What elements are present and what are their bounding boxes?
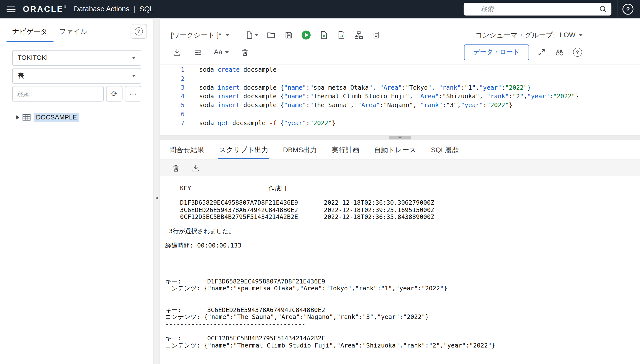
clipboard-icon — [373, 30, 381, 40]
sidebar: ナビゲータ ファイル ? TOKITOKI 表 ⟳ — [0, 18, 154, 364]
oracle-logo: ORACLE® — [23, 4, 67, 14]
folder-icon — [267, 30, 276, 40]
run-script-button[interactable] — [318, 29, 329, 41]
tab-query-result[interactable]: 問合せ結果 — [169, 140, 205, 160]
editor-line[interactable]: 6 — [160, 110, 640, 119]
sidebar-help-button[interactable]: ? — [131, 24, 147, 39]
sidebar-tab-navigator[interactable]: ナビゲータ — [7, 27, 53, 42]
trash-icon — [241, 48, 249, 57]
refresh-icon: ⟳ — [111, 90, 117, 98]
code-line[interactable]: soda insert docsample {"name":"The Sauna… — [184, 101, 513, 110]
chevron-down-icon — [398, 137, 402, 139]
data-load-button[interactable]: データ・ロード — [464, 44, 529, 60]
ellipsis-icon: ⋯ — [129, 90, 137, 98]
editor-toolbar: Aa データ・ロード ? — [160, 44, 640, 61]
object-type-value: 表 — [18, 72, 24, 80]
doc-play-icon — [319, 30, 328, 40]
margin-guide — [486, 64, 486, 130]
editor-line[interactable]: 1soda create docsample — [160, 66, 640, 74]
menu-icon[interactable] — [7, 5, 15, 14]
question-icon: ? — [573, 48, 582, 57]
global-search — [464, 3, 611, 16]
tab-explain-plan[interactable]: 実行計画 — [331, 140, 360, 160]
maximize-button[interactable] — [536, 46, 547, 58]
font-size-button[interactable]: Aa — [214, 46, 229, 58]
chevron-down-icon — [132, 74, 136, 77]
sidebar-tabbar: ナビゲータ ファイル ? — [7, 18, 147, 42]
panel-splitter[interactable] — [160, 135, 640, 140]
code-line[interactable]: soda create docsample — [184, 66, 277, 74]
tab-script-output[interactable]: スクリプト出力 — [218, 140, 269, 160]
new-worksheet-button[interactable] — [245, 29, 259, 41]
download-icon — [172, 48, 181, 57]
collapse-handle-icon[interactable]: ◀ — [154, 190, 160, 206]
autotrace-button[interactable] — [371, 29, 382, 41]
help-icon[interactable]: ? — [622, 4, 633, 15]
line-number: 5 — [160, 101, 184, 110]
expand-icon — [537, 48, 546, 56]
search-icon — [599, 6, 607, 13]
chevron-down-icon — [226, 34, 230, 36]
object-search-input[interactable] — [12, 86, 104, 102]
line-number: 3 — [160, 84, 184, 92]
save-output-button[interactable] — [190, 162, 201, 174]
new-file-icon — [245, 30, 254, 40]
table-icon — [23, 114, 31, 121]
app-section-label: SQL — [140, 5, 154, 14]
find-button[interactable] — [554, 46, 565, 58]
sidebar-tab-files[interactable]: ファイル — [53, 27, 93, 42]
doc-arrow-icon — [337, 30, 346, 40]
code-line[interactable] — [184, 74, 199, 84]
editor-line[interactable]: 5soda insert docsample {"name":"The Saun… — [160, 101, 640, 110]
run-statement-button[interactable] — [301, 29, 311, 41]
output-toolbar — [160, 160, 640, 176]
open-file-button[interactable] — [266, 29, 276, 41]
hierarchy-icon — [355, 30, 363, 40]
expand-caret-icon[interactable] — [16, 116, 19, 120]
worksheet-panel: [ワークシート ]* — [160, 18, 640, 364]
save-button[interactable] — [283, 29, 294, 41]
object-type-select[interactable]: 表 — [12, 68, 141, 84]
code-editor[interactable]: 1soda create docsample23soda insert docs… — [160, 64, 640, 135]
chevron-down-icon — [579, 34, 583, 36]
consumer-group-label: コンシューマ・グループ: — [475, 30, 555, 40]
worksheet-selector[interactable]: [ワークシート ]* — [171, 30, 229, 40]
script-output-text: KEY 作成日 D1F3D65829EC4958807A7D8F21E436E9… — [165, 185, 640, 356]
code-line[interactable]: soda insert docsample {"name":"Thermal C… — [184, 92, 579, 101]
editor-line[interactable]: 3soda insert docsample {"name":"spa mets… — [160, 84, 640, 92]
run-icon — [301, 30, 311, 40]
tab-dbms-output[interactable]: DBMS出力 — [282, 140, 318, 160]
topbar-divider — [617, 0, 618, 18]
tree-item-docsample[interactable]: DOCSAMPLE — [16, 113, 141, 122]
clear-output-button[interactable] — [171, 162, 181, 174]
more-options-button[interactable]: ⋯ — [125, 86, 141, 102]
results-tabbar: 問合せ結果 スクリプト出力 DBMS出力 実行計画 自動トレース SQL履歴 — [160, 140, 640, 160]
clear-editor-button[interactable] — [240, 46, 250, 58]
download-button[interactable] — [171, 46, 182, 58]
sidebar-splitter[interactable]: ◀ — [154, 18, 160, 364]
question-icon: ? — [135, 27, 143, 36]
refresh-button[interactable]: ⟳ — [106, 86, 122, 102]
consumer-group-select[interactable]: LOW — [560, 31, 583, 39]
topbar: ORACLE® Database Actions | SQL ? — [0, 0, 640, 18]
code-line[interactable] — [184, 110, 199, 119]
line-number: 4 — [160, 92, 184, 101]
global-search-input[interactable] — [464, 3, 611, 16]
explain-plan-button[interactable] — [336, 29, 347, 41]
script-output: KEY 作成日 D1F3D65829EC4958807A7D8F21E436E9… — [160, 176, 640, 364]
font-size-label: Aa — [214, 48, 222, 56]
editor-line[interactable]: 2 — [160, 74, 640, 84]
code-line[interactable]: soda get docsample -f {"year":"2022"} — [184, 119, 336, 128]
format-button[interactable] — [193, 46, 203, 58]
help-button[interactable]: ? — [572, 46, 583, 58]
splitter-handle[interactable] — [389, 136, 411, 140]
trash-icon — [172, 164, 180, 172]
query-builder-button[interactable] — [354, 29, 364, 41]
download-icon — [191, 164, 200, 172]
editor-line[interactable]: 4soda insert docsample {"name":"Thermal … — [160, 92, 640, 101]
tab-autotrace[interactable]: 自動トレース — [373, 140, 417, 160]
schema-select[interactable]: TOKITOKI — [12, 50, 141, 66]
tab-sql-history[interactable]: SQL履歴 — [430, 140, 460, 160]
code-line[interactable]: soda insert docsample {"name":"spa metsa… — [184, 84, 531, 92]
editor-line[interactable]: 7soda get docsample -f {"year":"2022"} — [160, 119, 640, 128]
